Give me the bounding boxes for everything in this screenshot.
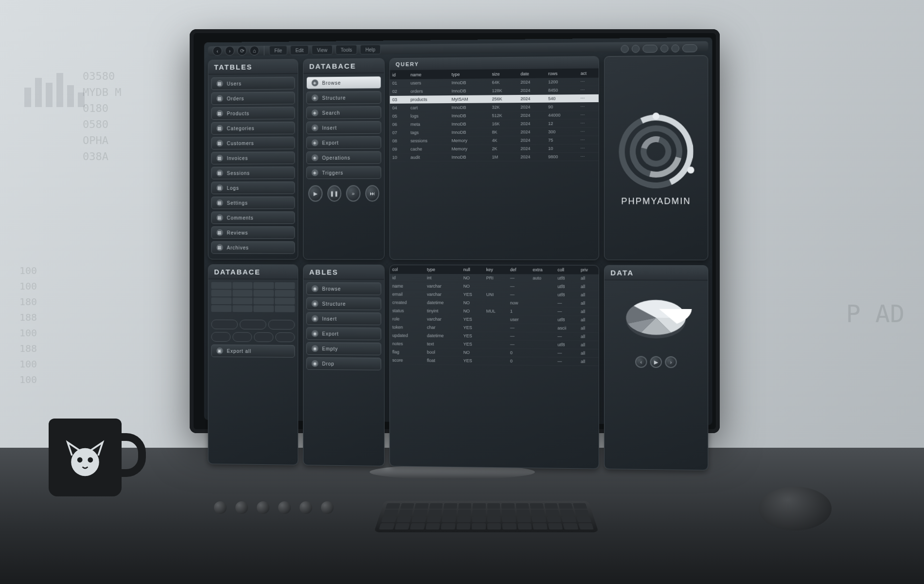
action-end-button[interactable]: ⏭ [365,185,379,201]
table-cell: auto [530,274,555,282]
status-pill[interactable] [682,44,697,53]
column-header[interactable]: id [390,71,408,79]
status-pill[interactable] [642,45,657,53]
nav-home-button[interactable]: ⌂ [249,46,259,55]
ables-item[interactable]: ◉Structure [306,297,381,310]
table-row[interactable]: namevarcharNO—utf8all [390,282,599,291]
toggle-button[interactable] [211,332,231,342]
table-row[interactable]: statustinyintNOMUL1—all [390,307,599,316]
status-dot[interactable] [632,45,640,53]
table-cell: YES [461,332,484,340]
table-cell: — [555,307,578,315]
tables-item[interactable]: ▦Customers [211,137,295,150]
table-cell: all [578,357,599,365]
table-cell: all [578,324,599,332]
table-row[interactable]: scorefloatYES0—all [390,356,599,366]
table-row[interactable]: 09cacheMemory2K202410⋯ [390,144,599,153]
column-header[interactable]: name [408,70,449,79]
toggle-button[interactable] [232,332,252,342]
database-item[interactable]: ◈Browse [306,76,381,89]
tables-item[interactable]: ▦Orders [211,91,295,105]
toggle-button[interactable] [268,320,295,329]
table-cell: 06 [390,120,408,128]
database-item[interactable]: ◈Search [306,106,381,119]
db-item-icon: ◈ [312,79,319,86]
action-pause-button[interactable]: ❚❚ [327,185,341,202]
tables-item[interactable]: ▦Reviews [211,226,295,239]
action-next-button[interactable]: » [346,185,360,201]
tables-item[interactable]: ▦Settings [211,197,295,209]
menu-help[interactable]: Help [360,45,380,55]
table-cell: 2024 [518,78,546,86]
menu-edit[interactable]: Edit [290,45,309,55]
tables-item[interactable]: ▦Users [211,77,295,90]
db-bottom-action[interactable]: ▣Export all [211,345,295,358]
table-row[interactable]: 08sessionsMemory4K202475⋯ [390,136,599,145]
column-header[interactable]: priv [578,265,599,274]
table-row[interactable]: createddatetimeNOnow—all [390,298,599,308]
status-dot[interactable] [672,44,679,52]
column-header[interactable]: date [518,69,546,78]
column-header[interactable]: col [390,265,425,274]
table-cell: all [578,349,599,357]
table-cell: InnoDB [449,153,490,161]
table-cell: 09 [390,145,408,153]
database-item[interactable]: ◈Structure [306,91,381,104]
column-header[interactable]: rows [546,69,578,78]
tables-item[interactable]: ▦Comments [211,211,295,224]
tables-item[interactable]: ▦Products [211,107,295,120]
column-header[interactable]: key [484,265,508,274]
column-header[interactable]: null [461,265,484,274]
pie-nav-prev-button[interactable]: ‹ [635,356,647,367]
database-item[interactable]: ◈Insert [306,121,381,134]
column-header[interactable]: act [578,69,599,77]
data-table-bottom[interactable]: coltypenullkeydefextracollpriv idintNOPR… [390,265,599,366]
table-row[interactable]: 07tagsInnoDB8K2024300⋯ [390,128,599,137]
mug-cat-icon [63,438,107,482]
status-dot[interactable] [660,45,668,53]
menu-view[interactable]: View [312,45,333,55]
column-header[interactable]: def [508,265,531,274]
table-row[interactable]: idintNOPRI—autoutf8all [390,274,599,283]
ables-item[interactable]: ◉Drop [306,357,381,370]
column-header[interactable]: size [489,70,518,79]
nav-refresh-button[interactable]: ⟳ [237,46,247,55]
database-item[interactable]: ◈Triggers [306,166,381,179]
ables-item[interactable]: ◉Browse [306,282,381,295]
pie-nav-next-button[interactable]: › [665,356,677,368]
data-table-top[interactable]: idnametypesizedaterowsact 01usersInnoDB6… [390,69,599,162]
column-header[interactable]: type [425,265,461,274]
table-row[interactable]: emailvarcharYESUNI—utf8all [390,290,599,299]
tables-item[interactable]: ▦Logs [211,182,295,194]
tables-item[interactable]: ▦Categories [211,122,295,135]
action-play-button[interactable]: ▶ [308,185,322,202]
ables-item-label: Drop [322,361,334,366]
table-cell: all [578,274,599,283]
status-dot[interactable] [621,45,629,53]
toggle-button[interactable] [240,320,267,329]
ables-item-label: Export [322,331,338,336]
column-header[interactable]: type [449,70,490,79]
toggle-button[interactable] [275,332,295,342]
database-item[interactable]: ◈Export [306,136,381,149]
toggle-button[interactable] [254,332,273,342]
tables-item[interactable]: ▦Invoices [211,151,295,164]
column-header[interactable]: coll [555,265,578,274]
toggle-button[interactable] [211,320,238,329]
tables-item[interactable]: ▦Archives [211,241,295,254]
column-header[interactable]: extra [530,265,555,274]
tables-item[interactable]: ▦Sessions [211,166,295,179]
menu-file[interactable]: File [269,45,287,55]
table-cell: 512K [489,111,518,120]
table-row[interactable]: 10auditInnoDB1M20249800⋯ [390,152,599,162]
ables-item[interactable]: ◉Export [306,327,381,340]
nav-back-button[interactable]: ‹ [213,46,222,56]
nav-forward-button[interactable]: › [225,46,234,56]
ables-item[interactable]: ◉Empty [306,342,381,355]
ables-item[interactable]: ◉Insert [306,312,381,326]
pie-nav-play-button[interactable]: ▶ [650,356,662,368]
table-row[interactable]: rolevarcharYESuserutf8all [390,315,599,324]
database-item[interactable]: ◈Operations [306,151,381,164]
menu-tools[interactable]: Tools [336,45,357,55]
table-cell: 07 [390,128,408,137]
